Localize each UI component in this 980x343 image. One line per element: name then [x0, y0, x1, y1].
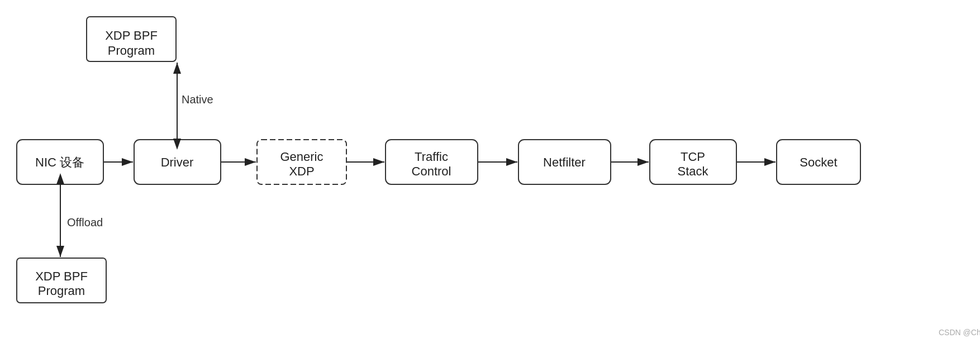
watermark: CSDN @Charles.XI: [939, 328, 980, 337]
diagram-container: XDP BPF Program NIC 设备 Driver Generic XD…: [0, 0, 980, 343]
tcp-stack-label2: Stack: [677, 164, 708, 178]
netfilter-label: Netfilter: [543, 155, 586, 169]
offload-label: Offload: [67, 216, 103, 228]
driver-label: Driver: [161, 155, 194, 169]
tcp-stack-label: TCP: [681, 150, 705, 164]
xdp-bpf-top-label: XDP BPF: [105, 28, 158, 42]
generic-xdp-label: Generic: [280, 150, 323, 164]
xdp-bpf-bottom-label: XDP BPF: [35, 269, 88, 283]
native-label: Native: [182, 93, 213, 106]
traffic-control-label2: Control: [412, 164, 451, 178]
xdp-bpf-bottom-label2: Program: [38, 284, 85, 298]
generic-xdp-label2: XDP: [289, 164, 314, 178]
nic-label: NIC 设备: [35, 155, 84, 169]
socket-label: Socket: [800, 155, 837, 169]
xdp-bpf-top-label2: Program: [108, 44, 155, 58]
traffic-control-label: Traffic: [415, 150, 448, 164]
